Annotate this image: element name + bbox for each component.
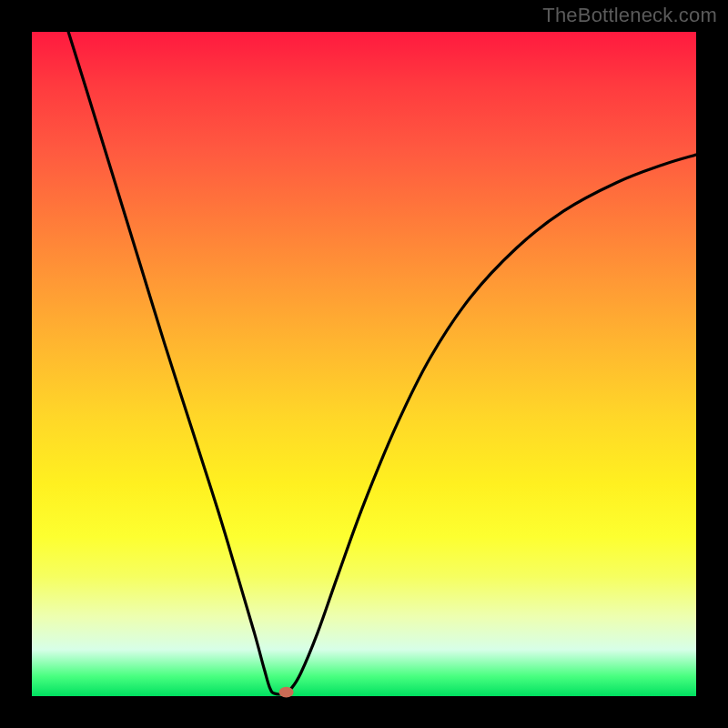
bottleneck-curve [68, 32, 696, 694]
curve-svg [32, 32, 696, 696]
watermark-text: TheBottleneck.com [542, 4, 717, 27]
plot-area [32, 32, 696, 696]
minimum-marker [279, 687, 294, 698]
chart-frame: TheBottleneck.com [0, 0, 728, 728]
